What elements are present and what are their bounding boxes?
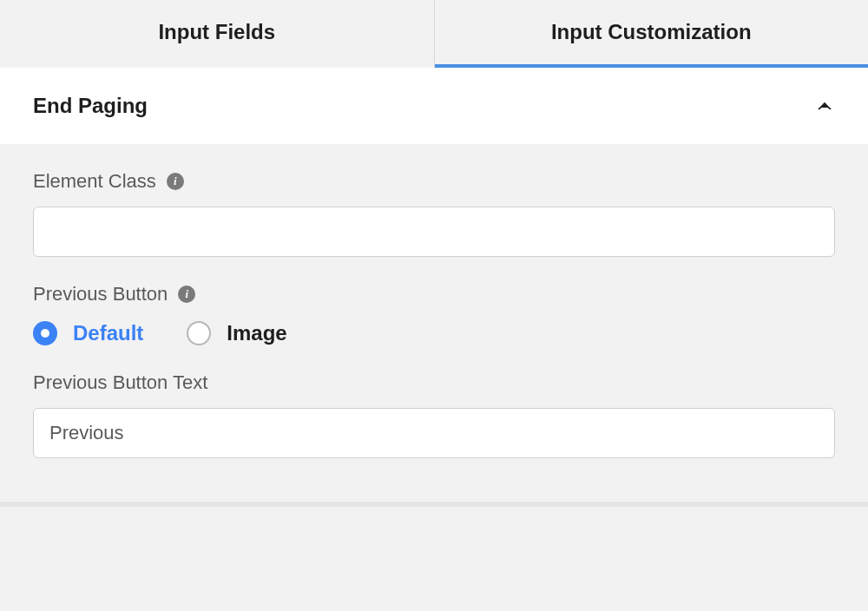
radio-circle: [187, 321, 211, 345]
section-header[interactable]: End Paging: [0, 68, 868, 144]
radio-label: Image: [227, 321, 286, 345]
info-icon[interactable]: i: [167, 173, 184, 190]
section-title: End Paging: [33, 94, 148, 118]
tabs-container: Input Fields Input Customization: [0, 0, 868, 68]
tab-input-customization[interactable]: Input Customization: [435, 0, 869, 68]
label-text: Element Class: [33, 170, 156, 193]
field-label: Element Class i: [33, 170, 835, 193]
field-label: Previous Button i: [33, 283, 835, 306]
field-previous-button: Previous Button i Default Image: [33, 283, 835, 345]
info-icon[interactable]: i: [178, 286, 195, 303]
field-label: Previous Button Text: [33, 371, 835, 394]
label-text: Previous Button: [33, 283, 168, 306]
radio-circle: [33, 321, 57, 345]
tab-label: Input Customization: [551, 20, 752, 44]
radio-label: Default: [73, 321, 143, 345]
tab-input-fields[interactable]: Input Fields: [0, 0, 434, 68]
field-previous-button-text: Previous Button Text: [33, 371, 835, 458]
radio-option-default[interactable]: Default: [33, 321, 143, 345]
previous-button-text-input[interactable]: [33, 408, 835, 458]
field-element-class: Element Class i: [33, 170, 835, 257]
radio-option-image[interactable]: Image: [187, 321, 286, 345]
element-class-input[interactable]: [33, 207, 835, 257]
chevron-up-icon: [814, 95, 835, 116]
section-body: Element Class i Previous Button i Defaul…: [0, 144, 868, 502]
radio-group-previous-button: Default Image: [33, 321, 835, 345]
tab-label: Input Fields: [158, 20, 275, 44]
label-text: Previous Button Text: [33, 371, 207, 394]
radio-dot: [41, 329, 49, 338]
bottom-divider: [0, 502, 868, 507]
